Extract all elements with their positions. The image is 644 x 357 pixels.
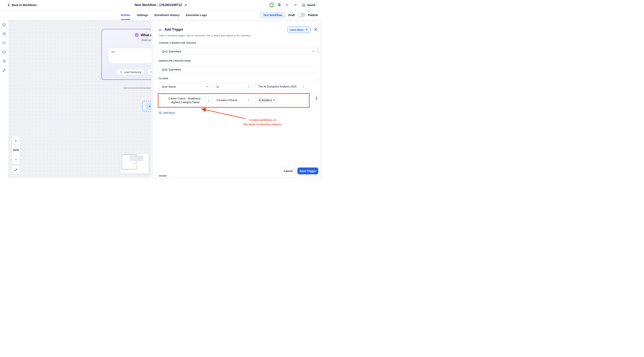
workflow-canvas[interactable]: What d Build wo Wh Lead Nurturing + + 10… <box>8 20 151 178</box>
chevron-left-icon <box>8 4 10 7</box>
publish-toggle[interactable] <box>298 13 305 17</box>
sparkles-icon[interactable] <box>2 69 6 72</box>
tab-settings[interactable]: Settings <box>137 10 148 20</box>
add-filters-link[interactable]: Add filters <box>159 111 175 114</box>
tab-execution-logs[interactable]: Execution Logs <box>186 10 207 20</box>
remove-tag-icon[interactable]: ✕ <box>273 99 275 102</box>
zoom-out-button[interactable]: − <box>12 155 20 164</box>
redo-icon <box>294 3 297 7</box>
card-title: What d <box>141 33 151 37</box>
card-subtitle: Build wo <box>142 39 151 42</box>
main-content: What d Build wo Wh Lead Nurturing + + 10… <box>0 20 322 179</box>
horizontal-scrollbar[interactable] <box>158 175 167 176</box>
workflow-prompt-input[interactable]: Wh <box>109 48 151 63</box>
avatar[interactable]: MD <box>269 2 274 8</box>
filter2-value-input[interactable]: AI Resilient ✕ <box>255 95 308 105</box>
close-icon[interactable] <box>314 28 317 31</box>
circle-plus-icon <box>159 111 162 114</box>
chevron-down-icon <box>206 85 208 88</box>
toggle-knob <box>298 13 301 17</box>
cube-chip[interactable] <box>147 69 151 75</box>
top-header: Back to Workflows New Workflow : 1761851… <box>0 0 322 10</box>
vertical-scrollbar[interactable] <box>318 47 318 54</box>
ai-sparkle-icon <box>135 33 139 37</box>
cancel-button[interactable]: Cancel <box>282 168 295 174</box>
trigger-select-label: CHOOSE A WORKFLOW TRIGGER <box>159 42 196 44</box>
up-down-arrows-icon <box>248 85 250 88</box>
tab-enrollment-history[interactable]: Enrollment History <box>154 10 180 20</box>
annotation-text: Create workflows on the basis of winning… <box>235 118 291 126</box>
add-trigger-panel: Add Trigger Learn More Adds a workflow t… <box>152 21 321 178</box>
filter1-value-select[interactable]: The AI Disruption Analysis 2025 <box>255 83 308 90</box>
panel-back-arrow-icon[interactable] <box>159 28 162 32</box>
filter1-field-select[interactable]: Quiz Name <box>159 83 212 90</box>
flow-connector-line <box>124 88 151 88</box>
back-label: Back to Workflows <box>12 3 37 7</box>
up-down-arrows-icon <box>248 99 250 102</box>
undo-button[interactable] <box>284 2 290 8</box>
trigger-name-label: WORKFLOW TRIGGER NAME <box>159 60 191 62</box>
draft-label: Draft <box>288 14 295 17</box>
left-icon-rail <box>0 20 8 179</box>
test-workflow-button[interactable]: Test Workflow <box>260 11 286 19</box>
lightbulb-icon <box>305 28 308 31</box>
add-step-button[interactable]: + <box>146 103 151 110</box>
trigger-name-input[interactable]: Quiz Submitted <box>159 66 318 73</box>
zoom-level: 100% <box>12 145 20 155</box>
fit-view-button[interactable] <box>12 166 20 174</box>
check-circle-icon[interactable] <box>2 23 6 27</box>
zoom-in-button[interactable]: + <box>12 136 20 145</box>
undo-icon <box>286 3 289 7</box>
zoom-controls: + 100% − <box>12 136 20 164</box>
save-trigger-button[interactable]: Save Trigger <box>298 168 318 174</box>
filter2-operator-select[interactable]: Contains Phrase <box>213 95 253 105</box>
tab-builder[interactable]: Builder <box>121 10 130 20</box>
lead-nurturing-chip[interactable]: Lead Nurturing <box>117 69 144 75</box>
expand-icon <box>14 168 18 172</box>
ai-workflow-card[interactable]: What d Build wo Wh Lead Nurturing <box>101 29 151 80</box>
page-title: New Workflow : 1761851549712 <box>135 3 182 7</box>
back-to-workflows-button[interactable]: Back to Workflows <box>8 3 37 7</box>
filters-label: FILTERS <box>159 77 168 80</box>
redo-button[interactable] <box>292 2 298 8</box>
cube-icon <box>150 71 151 74</box>
tab-bar: Builder Settings Enrollment History Exec… <box>0 10 322 20</box>
chat-bubble-icon[interactable] <box>2 41 6 45</box>
up-down-arrows-icon <box>302 85 304 88</box>
filter2-field-select[interactable]: Career Coach - Readiness - Highest Categ… <box>159 94 212 106</box>
minimap-node-small <box>132 162 137 165</box>
learn-more-button[interactable]: Learn More <box>287 27 310 33</box>
publish-label: Publish <box>308 14 318 17</box>
chevron-down-icon <box>312 50 314 53</box>
minimap-node-block <box>130 155 144 161</box>
minimap-node-bar <box>132 166 137 167</box>
chip-label: Lead Nurturing <box>124 71 141 74</box>
minimap[interactable] <box>120 154 148 173</box>
value-tag: AI Resilient ✕ <box>257 98 277 103</box>
add-step-dropzone[interactable]: + <box>142 101 151 112</box>
saved-label: Saved <box>307 3 315 7</box>
edit-pencil-icon[interactable] <box>184 3 187 7</box>
chevron-down-icon <box>208 99 210 102</box>
cloud-check-icon <box>302 3 306 7</box>
plus-icon: + <box>149 104 151 109</box>
delete-filter-trash-icon[interactable] <box>314 96 318 100</box>
filter1-operator-select[interactable]: Is <box>213 83 253 90</box>
panel-title: Add Trigger <box>164 28 183 32</box>
trigger-select[interactable]: Quiz Submitted <box>159 48 318 55</box>
pie-chart-icon[interactable] <box>2 32 6 36</box>
panel-description: Adds a workflow trigger, and on executio… <box>159 34 251 37</box>
panel-icon[interactable] <box>2 50 6 54</box>
workflow-versions-button[interactable] <box>276 2 282 8</box>
save-status: Saved <box>302 3 315 7</box>
person-icon <box>120 71 122 74</box>
document-refresh-icon <box>278 3 281 7</box>
history-clock-icon[interactable] <box>2 59 6 63</box>
